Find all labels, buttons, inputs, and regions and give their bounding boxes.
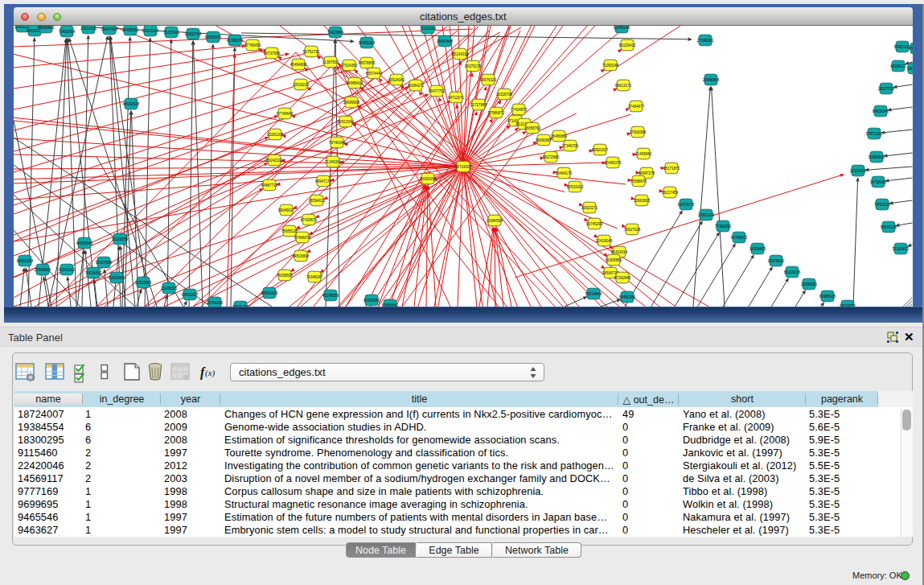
svg-text:81219136: 81219136 xyxy=(784,270,801,274)
svg-text:83242102: 83242102 xyxy=(266,159,283,163)
svg-text:93676320: 93676320 xyxy=(480,78,497,82)
svg-text:56464170: 56464170 xyxy=(556,171,573,175)
svg-text:60883561: 60883561 xyxy=(382,303,399,307)
svg-text:16658760: 16658760 xyxy=(524,126,541,130)
svg-text:67468071: 67468071 xyxy=(294,236,311,240)
svg-text:71012269: 71012269 xyxy=(420,27,437,31)
svg-text:37346706: 37346706 xyxy=(562,144,579,148)
svg-text:06594013: 06594013 xyxy=(309,199,326,203)
svg-text:44997278: 44997278 xyxy=(639,171,655,175)
svg-text:75588675: 75588675 xyxy=(630,179,647,183)
svg-text:64887719: 64887719 xyxy=(261,183,278,187)
svg-text:16328708: 16328708 xyxy=(496,93,513,97)
svg-text:85574443: 85574443 xyxy=(366,72,383,76)
svg-text:13518233: 13518233 xyxy=(293,83,310,87)
svg-text:44935348: 44935348 xyxy=(76,241,93,245)
svg-text:23281206: 23281206 xyxy=(267,133,284,137)
svg-text:82620450: 82620450 xyxy=(109,276,125,280)
svg-text:27048281: 27048281 xyxy=(697,39,714,43)
svg-text:64746872: 64746872 xyxy=(731,236,748,240)
svg-text:87429671: 87429671 xyxy=(301,218,318,222)
svg-text:34738299: 34738299 xyxy=(870,180,887,184)
svg-text:20465375: 20465375 xyxy=(605,161,622,165)
svg-text:87769453: 87769453 xyxy=(244,43,261,47)
svg-text:33963605: 33963605 xyxy=(634,199,651,203)
svg-text:34309805: 34309805 xyxy=(749,247,766,251)
svg-text:79402654: 79402654 xyxy=(59,30,76,34)
svg-text:01845146: 01845146 xyxy=(614,26,630,30)
svg-text:26217459: 26217459 xyxy=(662,191,679,195)
svg-text:83503056: 83503056 xyxy=(205,35,222,39)
svg-text:57262849: 57262849 xyxy=(614,276,631,280)
svg-text:23226025: 23226025 xyxy=(161,286,178,290)
svg-text:71349361: 71349361 xyxy=(325,160,342,164)
svg-text:67749649: 67749649 xyxy=(277,112,294,116)
svg-text:68501429: 68501429 xyxy=(261,291,278,295)
svg-text:96965328: 96965328 xyxy=(359,41,376,45)
svg-text:70348247: 70348247 xyxy=(306,275,323,279)
svg-text:73763116: 73763116 xyxy=(874,203,891,207)
svg-text:95134332: 95134332 xyxy=(452,52,469,56)
svg-text:12419049: 12419049 xyxy=(596,239,613,243)
svg-text:19399091: 19399091 xyxy=(801,282,818,286)
svg-text:(x): (x) xyxy=(205,368,216,378)
svg-text:56482366: 56482366 xyxy=(619,295,636,299)
svg-text:27484677: 27484677 xyxy=(628,105,645,109)
svg-text:93745299: 93745299 xyxy=(586,222,603,226)
svg-text:92832764: 92832764 xyxy=(185,32,202,36)
svg-text:79740344: 79740344 xyxy=(329,141,346,145)
svg-text:52427868: 52427868 xyxy=(96,261,113,265)
svg-text:77014363: 77014363 xyxy=(341,64,358,68)
svg-text:73872148: 73872148 xyxy=(906,67,913,71)
svg-text:45494808: 45494808 xyxy=(290,63,307,67)
svg-text:14737996: 14737996 xyxy=(264,51,281,56)
svg-text:57871331: 57871331 xyxy=(866,132,883,136)
svg-text:36541458: 36541458 xyxy=(232,305,249,307)
svg-text:89638346: 89638346 xyxy=(873,109,889,113)
svg-text:30923271: 30923271 xyxy=(581,206,598,210)
svg-text:48932528: 48932528 xyxy=(123,102,140,106)
svg-text:16697848: 16697848 xyxy=(437,39,454,43)
svg-text:50983930: 50983930 xyxy=(869,155,885,159)
svg-text:03413164: 03413164 xyxy=(142,29,159,33)
svg-text:59514846: 59514846 xyxy=(585,292,602,296)
svg-text:59407816: 59407816 xyxy=(101,27,118,31)
svg-text:98169340: 98169340 xyxy=(363,299,380,303)
svg-text:74016400: 74016400 xyxy=(85,271,102,275)
svg-text:36690967: 36690967 xyxy=(536,138,552,142)
svg-text:31367837: 31367837 xyxy=(322,60,339,64)
svg-text:91905865: 91905865 xyxy=(606,258,622,262)
svg-text:23511615: 23511615 xyxy=(80,27,97,31)
svg-text:00978820: 00978820 xyxy=(768,259,785,263)
svg-text:31727889: 31727889 xyxy=(470,103,487,107)
svg-text:90229413: 90229413 xyxy=(619,43,636,47)
svg-text:37826398: 37826398 xyxy=(630,130,647,134)
svg-text:34624751: 34624751 xyxy=(840,304,856,307)
svg-text:18300295: 18300295 xyxy=(420,177,437,181)
svg-text:43699577: 43699577 xyxy=(909,47,913,51)
svg-text:40196556: 40196556 xyxy=(322,294,339,298)
svg-text:10310518: 10310518 xyxy=(850,169,867,173)
svg-text:76038597: 76038597 xyxy=(277,274,294,278)
svg-text:18699938: 18699938 xyxy=(343,101,360,105)
svg-text:54516808: 54516808 xyxy=(293,254,310,258)
svg-text:18227824: 18227824 xyxy=(878,87,895,91)
svg-text:71093248: 71093248 xyxy=(602,64,619,68)
svg-text:76627028: 76627028 xyxy=(624,228,641,232)
svg-text:89083863: 89083863 xyxy=(38,26,55,30)
svg-text:09477752: 09477752 xyxy=(429,89,446,93)
svg-text:69901627: 69901627 xyxy=(592,148,609,152)
svg-text:49578856: 49578856 xyxy=(359,61,376,65)
svg-text:75255341: 75255341 xyxy=(163,31,180,35)
svg-text:69985435: 69985435 xyxy=(819,295,836,299)
svg-text:51333872: 51333872 xyxy=(893,247,910,251)
svg-text:72423884: 72423884 xyxy=(327,31,344,35)
svg-text:19384554: 19384554 xyxy=(487,219,503,223)
svg-text:05466889: 05466889 xyxy=(551,134,568,138)
svg-text:04711671: 04711671 xyxy=(448,96,465,100)
svg-text:66319314: 66319314 xyxy=(611,250,628,254)
svg-text:21465840: 21465840 xyxy=(635,152,652,156)
svg-text:74989413: 74989413 xyxy=(347,81,363,85)
svg-text:80531003: 80531003 xyxy=(567,185,584,189)
svg-text:01128059: 01128059 xyxy=(112,237,129,241)
